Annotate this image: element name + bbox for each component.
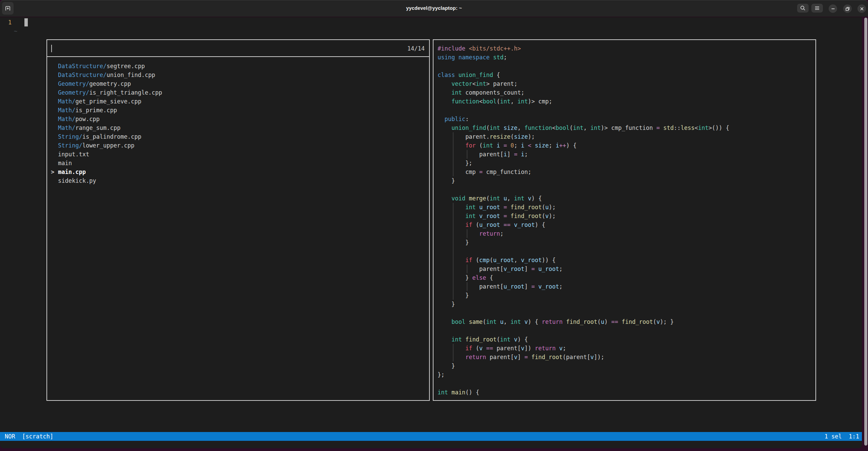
list-item[interactable]: Geometry/geometry.cpp <box>51 79 428 88</box>
indent-guide <box>467 229 467 238</box>
new-tab-button[interactable] <box>2 2 14 15</box>
code-line: parent[v_root] = u_root; <box>438 264 815 273</box>
list-item[interactable]: Math/is_prime.cpp <box>51 106 428 115</box>
code-line: }; <box>438 370 815 379</box>
list-item[interactable]: >main.cpp <box>51 168 428 176</box>
editor-line-number: 1 <box>8 18 12 27</box>
code-line: }; <box>438 159 815 168</box>
item-filename: geometry.cpp <box>89 79 131 88</box>
editor-cursor <box>24 18 28 26</box>
item-filename: segtree.cpp <box>107 62 145 71</box>
item-filename: input.txt <box>58 150 89 159</box>
list-item[interactable]: Math/range_sum.cpp <box>51 123 428 132</box>
item-directory: DataStructure/ <box>58 71 107 79</box>
item-filename: get_prime_sieve.cpp <box>75 97 141 106</box>
selected-item-marker <box>51 150 58 159</box>
item-directory: Math/ <box>58 106 75 115</box>
list-item[interactable]: main <box>51 159 428 168</box>
indent-guide <box>453 229 454 238</box>
code-line: using namespace std; <box>438 53 815 62</box>
picker-count: 14/14 <box>407 44 425 53</box>
indent-guide <box>453 168 454 176</box>
indent-guide <box>467 264 467 273</box>
code-line <box>438 106 815 115</box>
code-line: void merge(int u, int v) { <box>438 194 815 203</box>
code-line: cmp = cmp_function; <box>438 168 815 176</box>
item-filename: is_palindrome.cpp <box>82 132 141 141</box>
item-filename: main <box>58 159 72 168</box>
item-directory: Math/ <box>58 123 75 132</box>
code-line <box>438 379 815 388</box>
code-line: if (v == parent[v]) return v; <box>438 344 815 353</box>
list-item[interactable]: sidekick.py <box>51 176 428 185</box>
code-line: } <box>438 361 815 370</box>
code-line: int components_count; <box>438 88 815 97</box>
new-tab-icon <box>5 5 11 12</box>
item-directory: Geometry/ <box>58 88 89 97</box>
code-line: parent[u_root] = v_root; <box>438 282 815 291</box>
restore-button[interactable] <box>843 4 852 13</box>
titlebar-separator <box>0 17 862 17</box>
code-line: parent[i] = i; <box>438 150 815 159</box>
list-item[interactable]: String/is_palindrome.cpp <box>51 132 428 141</box>
selected-item-marker <box>51 71 58 79</box>
indent-guide <box>453 132 454 141</box>
selected-item-marker <box>51 79 58 88</box>
minimize-button[interactable] <box>829 4 837 13</box>
indent-guide <box>453 238 454 247</box>
indent-guide <box>453 220 454 229</box>
selected-item-marker <box>51 62 58 71</box>
selected-item-marker <box>51 115 58 123</box>
item-directory: Math/ <box>58 97 75 106</box>
titlebar[interactable]: yycdevel@yyclaptop: ~ <box>0 0 868 17</box>
close-icon <box>859 6 865 12</box>
code-line: if (cmp(u_root, v_root)) { <box>438 256 815 264</box>
item-filename: is_prime.cpp <box>75 106 117 115</box>
code-line: bool same(int u, int v) { return find_ro… <box>438 317 815 326</box>
selected-item-marker <box>51 132 58 141</box>
code-line: public: <box>438 115 815 123</box>
item-directory: Math/ <box>58 115 75 123</box>
preview-panel: #include <bits/stdc++.h>using namespace … <box>433 39 816 401</box>
code-line: function<bool(int, int)> cmp; <box>438 97 815 106</box>
code-line <box>438 326 815 335</box>
item-directory: String/ <box>58 132 82 141</box>
indent-guide <box>453 212 454 220</box>
selected-item-marker <box>51 97 58 106</box>
minimize-icon <box>830 6 836 12</box>
code-line: if (u_root == v_root) { <box>438 220 815 229</box>
selected-item-marker: > <box>51 168 58 176</box>
restore-icon <box>845 6 851 12</box>
list-item[interactable]: DataStructure/union_find.cpp <box>51 71 428 79</box>
close-button[interactable] <box>857 4 866 13</box>
code-line: int v_root = find_root(v); <box>438 212 815 220</box>
code-line <box>438 309 815 317</box>
item-filename: pow.cpp <box>75 115 100 123</box>
list-item[interactable]: Geometry/is_right_triangle.cpp <box>51 88 428 97</box>
buffer-name: [scratch] <box>22 432 53 441</box>
picker-input-cursor <box>51 45 52 52</box>
menu-button[interactable] <box>811 4 823 13</box>
list-item[interactable]: Math/pow.cpp <box>51 115 428 123</box>
code-line: } <box>438 238 815 247</box>
code-line: int find_root(int v) { <box>438 335 815 344</box>
code-line: } else { <box>438 273 815 282</box>
code-line: int u_root = find_root(u); <box>438 203 815 212</box>
selected-item-marker <box>51 88 58 97</box>
item-directory: String/ <box>58 141 82 150</box>
background-window-scrollbar[interactable] <box>864 18 867 446</box>
list-item[interactable]: DataStructure/segtree.cpp <box>51 62 428 71</box>
code-line: } <box>438 176 815 185</box>
list-item[interactable]: input.txt <box>51 150 428 159</box>
search-button[interactable] <box>797 4 809 13</box>
list-item[interactable]: Math/get_prime_sieve.cpp <box>51 97 428 106</box>
code-line: parent.resize(size); <box>438 132 815 141</box>
indent-guide <box>453 256 454 264</box>
hamburger-menu-icon <box>814 5 820 11</box>
list-item[interactable]: String/lower_upper.cpp <box>51 141 428 150</box>
indent-guide <box>453 353 454 361</box>
selected-item-marker <box>51 141 58 150</box>
indent-guide <box>453 273 454 282</box>
file-list: DataStructure/segtree.cpp DataStructure/… <box>51 62 428 185</box>
terminal-screen[interactable]: 1 ~ 14/14 DataStructure/segtree.cpp Data… <box>0 17 862 448</box>
